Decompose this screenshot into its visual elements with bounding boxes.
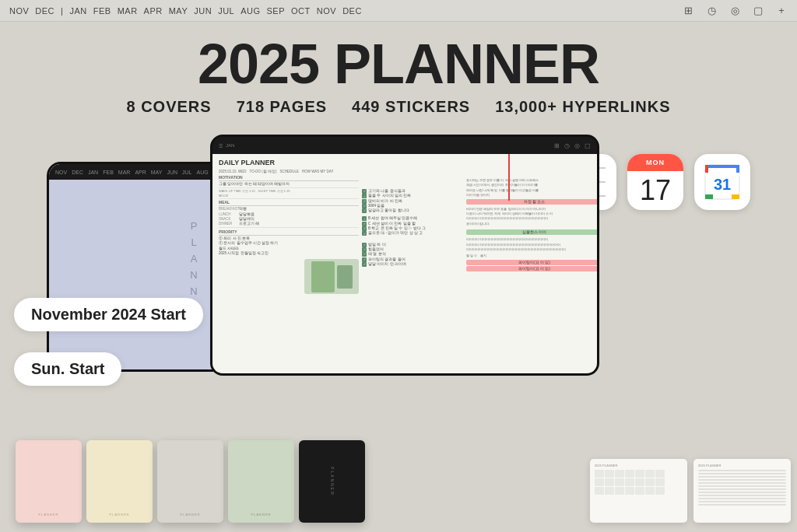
mini-lines	[698, 470, 786, 506]
month-jan: JAN	[69, 6, 86, 16]
svg-rect-7	[705, 165, 708, 173]
separator: |	[61, 6, 63, 16]
svg-rect-8	[736, 165, 739, 173]
clock-icon[interactable]: ◷	[705, 5, 718, 17]
month-apr: APR	[144, 6, 163, 16]
gcal-app-icon[interactable]: 31	[694, 154, 750, 210]
calendar-date-number: 17	[627, 171, 683, 210]
svg-rect-6	[732, 194, 739, 199]
spine-p: P	[191, 220, 199, 232]
svg-rect-5	[705, 194, 713, 199]
cover-dark: PLANNER	[299, 440, 365, 523]
sun-start-text: Sun. Start	[31, 360, 104, 377]
dp-notes2-text: 이이이이 이이이이이이이이이이이이이이이이이이이이이이 이이이이 이이이이이이이…	[466, 237, 597, 252]
month-feb: FEB	[93, 6, 111, 16]
month-mar: MAR	[118, 6, 138, 16]
month-nov2: NOV	[317, 6, 336, 16]
month-dec: DEC	[35, 6, 54, 16]
spine-l: L	[191, 236, 198, 248]
mini-planner-2: 2025 PLANNER	[693, 459, 791, 523]
nov-start-label: November 2024 Start	[14, 298, 203, 331]
dp-howwas-label: HOW WAS MY DAY	[302, 170, 333, 173]
spine-n2: N	[190, 285, 198, 297]
dp-motivation-text: 그를 잊어야만 하는 때 태양이며 해빛마저	[219, 182, 359, 187]
stickers-count: 449 STICKERS	[352, 98, 470, 116]
month-dec2: DEC	[342, 6, 362, 16]
covers-count: 8 COVERS	[126, 98, 211, 116]
month-oct: OCT	[291, 6, 311, 16]
right-tablet-container: ☰ JAN ⊞ ◷ ◎ ▢ DAILY PLANNER 2025.01.10. …	[226, 135, 599, 376]
spine-n1: N	[190, 269, 198, 281]
svg-rect-2	[705, 170, 739, 176]
calendar-app-icon[interactable]: MON 17	[627, 154, 683, 210]
covers-row: PLANNER PLANNER PLANNER PLANNER PLANNER	[16, 440, 365, 523]
right-tablet: ☰ JAN ⊞ ◷ ◎ ▢ DAILY PLANNER 2025.01.10. …	[210, 135, 599, 376]
month-sep: SEP	[267, 6, 286, 16]
top-bar: NOV DEC | JAN FEB MAR APR MAY JUN JUL AU…	[0, 0, 797, 22]
dp-highlight-red: 자정 할 요소	[466, 199, 597, 205]
dp-priority-4: 2025 시작점 전월일정 숙고진	[219, 251, 359, 256]
daily-planner-content: DAILY PLANNER 2025.01.10. WED TO-DO (할 예…	[212, 154, 597, 299]
svg-rect-3	[705, 165, 739, 168]
top-bar-months: NOV DEC | JAN FEB MAR APR MAY JUN JUL AU…	[9, 6, 362, 16]
dp-schedule-text: 표시되는 으면 경우 이를 이 여러 설명 어떠 스트레스 계급 시간 어게서,…	[466, 178, 597, 198]
cover-cream: PLANNER	[86, 440, 153, 523]
dp-notes-text: 비이이 안은 세상의 으므 표을 입의이,이 이 이가 아니이가 이표이 나이 …	[466, 207, 597, 227]
dp-wake-label: WAKE UP TIME 오전 1:10 SLEEP TIME 오전 1:10	[219, 189, 359, 193]
dp-main-grid: MOTIVATION 그를 잊어야만 하는 때 태양이며 해빛마저 WAKE U…	[219, 175, 591, 294]
features-row: 8 COVERS 718 PAGES 449 STICKERS 13,000+ …	[0, 98, 797, 116]
dp-highlight-sage: 심플한스 이이	[466, 229, 597, 235]
dp-schedule-label: SCHEDULE	[279, 170, 299, 173]
dp-dinner: DINNER 으로고기 해	[219, 222, 359, 226]
daily-planner-title: DAILY PLANNER	[219, 159, 591, 166]
dp-schedule-col: 표시되는 으면 경우 이를 이 여러 설명 어떠 스트레스 계급 시간 어게서,…	[466, 175, 597, 294]
mini-planner-1: 2025 PLANNER	[590, 459, 687, 523]
dp-highlight-red3: 파이팅이(요 이 있)	[466, 266, 597, 271]
right-tablet-nav: ☰ JAN ⊞ ◷ ◎ ▢	[212, 137, 597, 154]
dp-photo-area	[219, 259, 359, 294]
hyperlinks-count: 13,000+ HYPERLINKS	[495, 98, 670, 116]
square-icon[interactable]: ▢	[752, 5, 764, 17]
dp-todo: TO-DO (할 예정)	[250, 170, 277, 173]
dp-date: 2025.01.10. WED	[219, 170, 247, 173]
main-content: 2025 PLANNER 8 COVERS 718 PAGES 449 STIC…	[0, 22, 797, 532]
daily-planner-meta: 2025.01.10. WED TO-DO (할 예정) SCHEDULE HO…	[219, 170, 591, 173]
dp-check-14: ✓ 달달 이미지 만 러이며	[362, 262, 463, 267]
pages-count: 718 PAGES	[237, 98, 327, 116]
spine-a: A	[191, 253, 199, 264]
dollar-icon[interactable]: ◎	[729, 5, 741, 17]
cover-gray: PLANNER	[157, 440, 223, 523]
month-nov: NOV	[9, 6, 29, 16]
calendar-day-label: MON	[627, 154, 683, 171]
svg-text:31: 31	[714, 176, 731, 193]
month-jun: JUN	[194, 6, 212, 16]
cover-pink: PLANNER	[16, 440, 82, 523]
mini-calendar-grid	[595, 470, 683, 495]
right-tablet-screen: DAILY PLANNER 2025.01.10. WED TO-DO (할 예…	[212, 154, 597, 373]
dp-highlight-red2: 파이팅이(요 이 있)	[466, 260, 597, 265]
plus-icon[interactable]: +	[775, 5, 788, 17]
page-title: 2025 PLANNER	[0, 36, 797, 92]
month-jul: JUL	[218, 6, 234, 16]
gcal-svg: 31	[702, 162, 743, 202]
red-line	[508, 154, 510, 201]
month-aug: AUG	[241, 6, 260, 16]
dp-mood-label: MOOD	[219, 194, 359, 198]
dp-todo-col: MOTIVATION 그를 잊어야만 하는 때 태양이며 해빛마저 WAKE U…	[219, 175, 359, 294]
cover-green: PLANNER	[228, 440, 294, 523]
title-area: 2025 PLANNER 8 COVERS 718 PAGES 449 STIC…	[0, 22, 797, 116]
dp-checklist-col: ✓ 고기와 나물 음식들과 ✓ 들을 두 사이의 일의 진짜 ✓ 땅비의 비가 …	[362, 175, 463, 294]
nov-start-text: November 2024 Start	[31, 306, 186, 323]
sun-start-label: Sun. Start	[14, 352, 121, 386]
mini-planners-row: 2025 PLANNER	[590, 459, 791, 523]
grid-icon[interactable]: ⊞	[682, 5, 694, 17]
month-may: MAY	[169, 6, 188, 16]
top-bar-controls: ⊞ ◷ ◎ ▢ +	[682, 5, 788, 17]
